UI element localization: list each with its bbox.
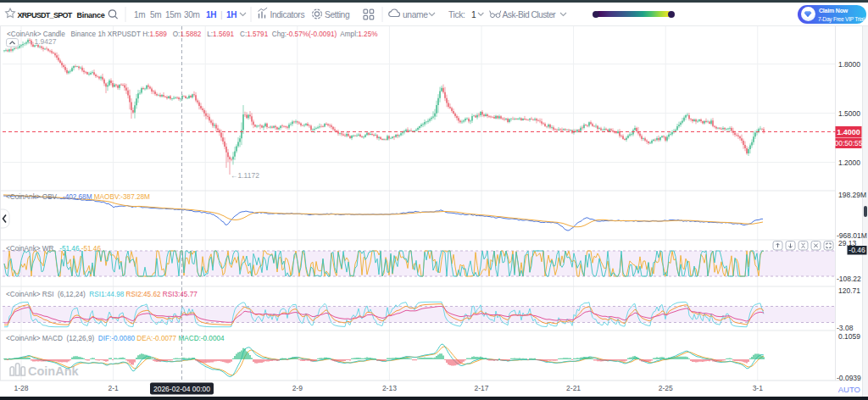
svg-text:Indicators: Indicators [270, 10, 305, 19]
svg-text:1H: 1H [226, 10, 236, 19]
svg-text:Ask-Bid Cluster: Ask-Bid Cluster [503, 10, 557, 19]
svg-text:1.4000: 1.4000 [837, 128, 860, 136]
svg-text:15m: 15m [165, 10, 181, 19]
svg-text:<CoinAnk> RSI (6,12,24) RSI1: <CoinAnk> RSI (6,12,24) RSI1:44.98 RSI2:… [6, 291, 198, 298]
svg-text:120.71: 120.71 [838, 286, 860, 295]
svg-text:1.8000: 1.8000 [838, 60, 860, 69]
svg-text:-0.0939: -0.0939 [837, 374, 861, 382]
svg-text:5m: 5m [150, 10, 161, 19]
svg-text:00:50:55: 00:50:55 [834, 139, 862, 147]
svg-text:<CoinAnk> OBV -402.68M MAOBV: <CoinAnk> OBV -402.68M MAOBV:-387.28M [6, 193, 150, 201]
svg-text:←1.1172: ←1.1172 [231, 171, 259, 180]
svg-text:30m: 30m [184, 10, 200, 19]
svg-text:2026-02-04 00:00: 2026-02-04 00:00 [153, 385, 210, 393]
svg-text:198.29M: 198.29M [838, 191, 866, 199]
svg-text:2-17: 2-17 [474, 384, 488, 392]
svg-text:3-1: 3-1 [753, 384, 764, 392]
svg-text:-968.01M: -968.01M [837, 231, 867, 240]
svg-text:-3.08: -3.08 [837, 324, 854, 332]
svg-text:0.1059: 0.1059 [838, 332, 860, 341]
svg-text:2-25: 2-25 [659, 384, 673, 392]
svg-text:-108.22: -108.22 [837, 275, 861, 283]
svg-text:1-28: 1-28 [14, 384, 28, 392]
svg-text:uname: uname [403, 10, 428, 19]
svg-text:1.2000: 1.2000 [838, 158, 860, 167]
svg-text:Binance: Binance [77, 11, 105, 19]
svg-text:2-21: 2-21 [566, 384, 581, 392]
svg-text:2-13: 2-13 [382, 384, 397, 392]
svg-text:<CoinAnk> WR -51.46,-51.46: <CoinAnk> WR -51.46,-51.46 [6, 245, 101, 253]
svg-text:<CoinAnk> MACD (12,26,9) DIF: <CoinAnk> MACD (12,26,9) DIF:-0.0080 DEA… [6, 335, 225, 342]
svg-text:1m: 1m [134, 10, 145, 19]
svg-text:<CoinAnk> Candle Binance 1h: <CoinAnk> Candle Binance 1h XRPUSDT H:1.… [7, 31, 377, 38]
svg-text:|: | [220, 10, 222, 19]
svg-text:AUTO: AUTO [838, 385, 860, 394]
svg-text:←1.9427: ←1.9427 [27, 37, 57, 46]
svg-text:2-9: 2-9 [292, 384, 303, 392]
svg-text:-0.46: -0.46 [849, 246, 865, 254]
svg-text:2-1: 2-1 [108, 384, 119, 392]
svg-text:XRPUSDT_SPOT: XRPUSDT_SPOT [18, 11, 73, 19]
svg-text:1: 1 [471, 10, 476, 19]
svg-text:Setting: Setting [325, 10, 350, 19]
svg-text:1.5000: 1.5000 [838, 109, 860, 118]
svg-text:Tick:: Tick: [448, 10, 465, 19]
svg-text:1H: 1H [206, 10, 216, 19]
svg-text:CoinAnk: CoinAnk [28, 364, 80, 378]
